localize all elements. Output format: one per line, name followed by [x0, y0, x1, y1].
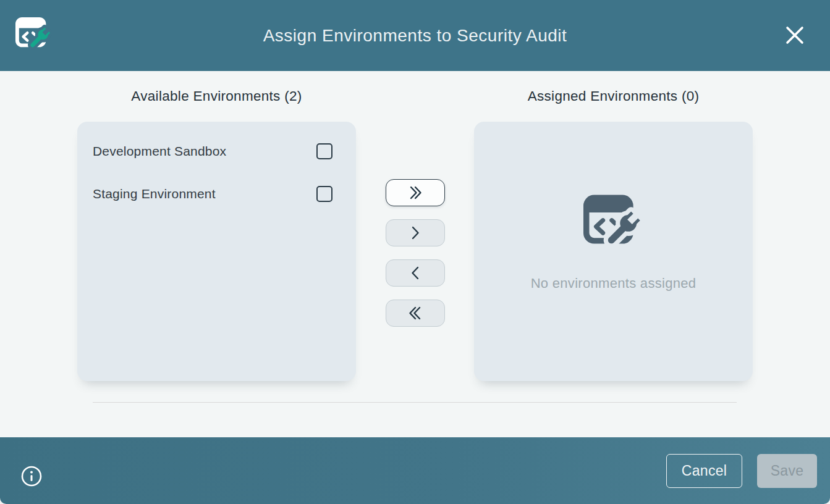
save-button[interactable]: Save [757, 454, 817, 488]
close-button[interactable] [782, 22, 808, 48]
assign-environments-dialog: Assign Environments to Security Audit Av… [0, 0, 830, 504]
dialog-title: Assign Environments to Security Audit [0, 0, 830, 71]
move-left-button[interactable] [386, 259, 445, 287]
info-icon [20, 465, 43, 487]
list-item[interactable]: Staging Environment [77, 180, 356, 208]
assigned-environments-panel: No environments assigned [474, 122, 753, 381]
empty-state-text: No environments assigned [531, 275, 697, 292]
transfer-button-column [386, 179, 445, 327]
environment-checkbox[interactable] [316, 186, 332, 202]
chevron-left-icon [408, 266, 423, 280]
info-button[interactable] [20, 465, 43, 487]
assigned-panel-title: Assigned Environments (0) [474, 88, 753, 104]
code-window-wrench-icon [582, 194, 646, 254]
environment-checkbox[interactable] [316, 143, 332, 159]
environment-label: Development Sandbox [93, 144, 226, 159]
chevron-right-icon [408, 225, 423, 240]
move-right-button[interactable] [386, 219, 445, 246]
environment-label: Staging Environment [93, 187, 216, 201]
dialog-footer: Cancel Save [0, 437, 830, 504]
empty-state: No environments assigned [474, 122, 753, 381]
cancel-button[interactable]: Cancel [666, 454, 742, 488]
move-all-left-button[interactable] [386, 300, 445, 327]
footer-divider [93, 402, 737, 403]
double-chevron-left-icon [406, 306, 425, 321]
move-all-right-button[interactable] [386, 179, 445, 206]
list-item[interactable]: Development Sandbox [77, 138, 356, 165]
available-panel-title: Available Environments (2) [77, 88, 356, 104]
dialog-header: Assign Environments to Security Audit [0, 0, 830, 71]
available-environments-panel: Development Sandbox Staging Environment [77, 122, 356, 381]
available-environments-list: Development Sandbox Staging Environment [77, 122, 356, 208]
double-chevron-right-icon [406, 185, 425, 200]
close-icon [784, 24, 806, 46]
